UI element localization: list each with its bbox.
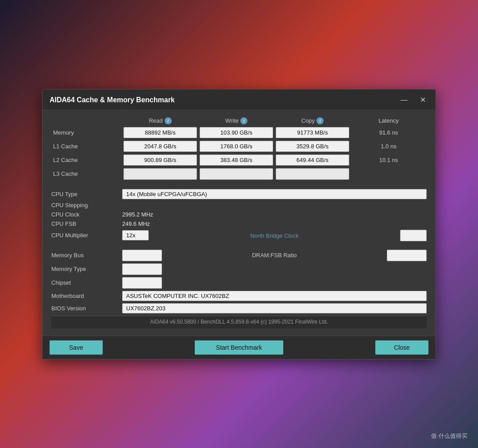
motherboard-value: ASUSTeK COMPUTER INC. UX7602BZ	[122, 291, 427, 301]
cpu-multiplier-key: CPU Multiplier	[51, 232, 122, 239]
cpu-type-key: CPU Type	[51, 191, 122, 197]
memory-type-row: Memory Type	[51, 263, 427, 275]
l2-copy: 649.44 GB/s	[276, 154, 349, 166]
table-row: L2 Cache 900.89 GB/s 383.48 GB/s 649.44 …	[51, 154, 427, 166]
start-benchmark-button[interactable]: Start Benchmark	[195, 340, 283, 355]
l1-copy: 3529.8 GB/s	[276, 141, 349, 152]
memory-read: 88892 MB/s	[123, 127, 197, 138]
l1-latency: 1.0 ns	[351, 143, 427, 150]
bios-row: BIOS Version UX7602BZ.203	[51, 303, 427, 313]
table-row: L3 Cache	[51, 168, 427, 180]
read-info-icon[interactable]: i	[165, 117, 172, 124]
memory-bus-label: Memory Bus	[51, 252, 122, 259]
cpu-fsb-key: CPU FSB	[51, 220, 122, 227]
nb-clock-value	[400, 230, 427, 241]
watermark: 值·什么值得买	[431, 432, 467, 440]
footer: Save Start Benchmark Close	[42, 336, 436, 359]
l2-write: 383.48 GB/s	[200, 154, 273, 166]
window-controls: — ✕	[398, 96, 428, 104]
copy-info-icon[interactable]: i	[316, 117, 324, 124]
benchmark-table: Read i Write i Copy i Latency Memory 88	[51, 117, 427, 180]
cpu-clock-value: 2995.2 MHz	[122, 211, 153, 218]
dram-fsb-value	[387, 250, 427, 261]
cpu-fsb-row: CPU FSB 249.6 MHz	[51, 219, 427, 228]
header-latency: Latency	[351, 117, 427, 124]
l1-read: 2047.8 GB/s	[123, 141, 197, 152]
table-row: L1 Cache 2047.8 GB/s 1768.0 GB/s 3529.8 …	[51, 141, 427, 152]
chipset-label: Chipset	[51, 279, 122, 286]
cpu-stepping-row: CPU Stepping	[51, 201, 427, 210]
bios-value: UX7602BZ.203	[122, 303, 427, 313]
memory-write: 103.90 GB/s	[200, 127, 273, 138]
cpu-type-row: CPU Type 14x (Mobile uFCPGA/uFCBGA)	[51, 188, 427, 201]
motherboard-row: Motherboard ASUSTeK COMPUTER INC. UX7602…	[51, 291, 427, 301]
l1-write: 1768.0 GB/s	[200, 141, 273, 152]
bios-label: BIOS Version	[51, 305, 122, 312]
cpu-clock-key: CPU Clock	[51, 211, 122, 218]
write-info-icon[interactable]: i	[240, 117, 247, 124]
table-row: Memory 88892 MB/s 103.90 GB/s 91773 MB/s…	[51, 127, 427, 138]
title-bar: AIDA64 Cache & Memory Benchmark — ✕	[42, 89, 436, 110]
l3-copy	[276, 168, 349, 180]
memory-type-value	[122, 263, 162, 275]
save-button[interactable]: Save	[50, 340, 103, 355]
row-l2-label: L2 Cache	[51, 157, 122, 163]
memory-latency: 91.6 ns	[351, 129, 427, 136]
status-bar: AIDA64 v6.50.5800 / BenchDLL 4.5.859.8-x…	[51, 316, 427, 328]
cpu-multiplier-row: CPU Multiplier 12x North Bridge Clock	[51, 228, 427, 243]
memory-type-label: Memory Type	[51, 266, 122, 272]
content-area: Read i Write i Copy i Latency Memory 88	[42, 110, 436, 336]
memory-bus-value	[122, 250, 162, 261]
close-button[interactable]: ✕	[417, 96, 428, 104]
table-header-row: Read i Write i Copy i Latency	[51, 117, 427, 124]
dram-fsb-label: DRAM:FSB Ratio	[162, 252, 387, 259]
cpu-multiplier-value: 12x	[122, 230, 149, 240]
l3-write	[200, 168, 273, 180]
cpu-info-section: CPU Type 14x (Mobile uFCPGA/uFCBGA) CPU …	[51, 188, 427, 243]
row-l1-label: L1 Cache	[51, 143, 122, 150]
row-memory-label: Memory	[51, 129, 122, 136]
cpu-stepping-key: CPU Stepping	[51, 202, 122, 209]
window-title: AIDA64 Cache & Memory Benchmark	[50, 96, 175, 104]
header-write: Write i	[198, 117, 274, 124]
chipset-row: Chipset	[51, 277, 427, 289]
chipset-value	[122, 277, 162, 289]
system-info-section: Memory Bus DRAM:FSB Ratio Memory Type Ch…	[51, 250, 427, 313]
motherboard-label: Motherboard	[51, 293, 122, 299]
memory-bus-row: Memory Bus DRAM:FSB Ratio	[51, 250, 427, 261]
l2-read: 900.89 GB/s	[123, 154, 197, 166]
cpu-fsb-value: 249.6 MHz	[122, 220, 150, 227]
minimize-button[interactable]: —	[398, 96, 410, 104]
main-window: AIDA64 Cache & Memory Benchmark — ✕ Read…	[42, 89, 436, 359]
nb-clock-label: North Bridge Clock	[152, 232, 397, 239]
header-read: Read i	[122, 117, 198, 124]
cpu-clock-row: CPU Clock 2995.2 MHz	[51, 210, 427, 219]
cpu-type-value: 14x (Mobile uFCPGA/uFCBGA)	[122, 189, 427, 199]
l2-latency: 10.1 ns	[351, 157, 427, 163]
memory-copy: 91773 MB/s	[276, 127, 349, 138]
l3-read	[123, 168, 197, 180]
header-copy: Copy i	[274, 117, 351, 124]
close-dialog-button[interactable]: Close	[375, 340, 428, 355]
row-l3-label: L3 Cache	[51, 170, 122, 177]
cpu-multiplier-container: 12x North Bridge Clock	[122, 230, 427, 241]
